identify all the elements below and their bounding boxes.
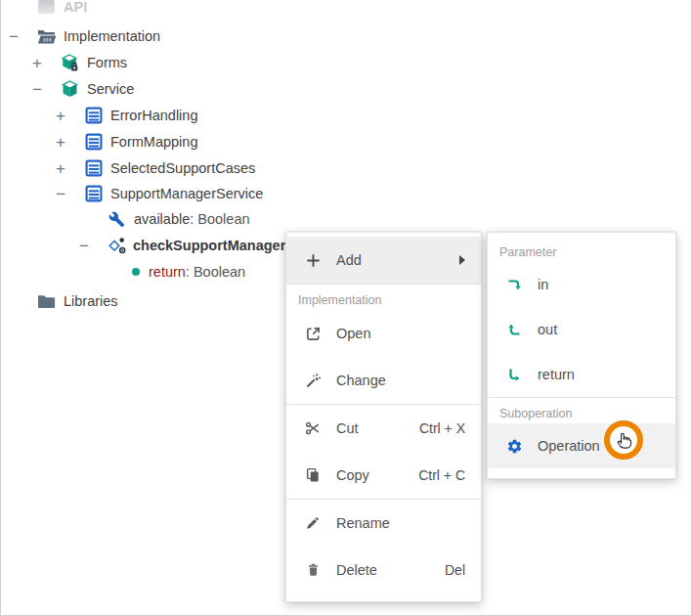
submenu-item-in[interactable]: in <box>488 262 675 307</box>
menu-item-shortcut: Del <box>445 562 465 578</box>
submenu-arrow-icon <box>459 255 465 265</box>
menu-item-label: Change <box>336 373 386 388</box>
open-folder-icon <box>36 26 57 46</box>
tree-item-label: API <box>64 0 87 15</box>
submenu-item-out[interactable]: out <box>488 307 675 352</box>
type-suffix: : Boolean <box>190 211 249 227</box>
tree-item-label: return <box>149 264 186 280</box>
submenu-section-label: Parameter <box>488 237 675 262</box>
menu-item-label: Open <box>336 326 370 341</box>
mapping-table-icon <box>83 184 104 203</box>
menu-item-label: in <box>538 277 548 292</box>
menu-section-label: Implementation <box>286 285 481 310</box>
tree-item-api[interactable]: API <box>36 0 87 20</box>
pencil-icon <box>302 515 324 531</box>
collapse-toggle[interactable]: − <box>9 28 36 45</box>
trash-icon <box>302 562 324 578</box>
tree-item-errorhandling[interactable]: + ErrorHandling <box>56 103 197 128</box>
menu-item-add[interactable]: Add <box>286 237 481 284</box>
menu-item-label: Copy <box>336 467 369 483</box>
menu-item-shortcut: Ctrl + C <box>418 467 465 483</box>
menu-item-cut[interactable]: Cut Ctrl + X <box>286 405 481 452</box>
menu-item-label: return <box>538 367 575 382</box>
hand-cursor-icon <box>613 430 635 451</box>
operation-diamond-icon <box>107 236 127 255</box>
click-indicator <box>604 420 643 460</box>
tree-item-label: Implementation <box>64 28 160 44</box>
tree-item-selectedsupportcases[interactable]: + SelectedSupportCases <box>56 155 255 181</box>
add-icon <box>302 252 324 269</box>
wrench-icon <box>107 209 127 229</box>
arrow-in-icon <box>503 277 525 292</box>
type-suffix: : Boolean <box>186 264 245 280</box>
forms-cube-lock-icon <box>60 53 80 72</box>
tree-item-label: SelectedSupportCases <box>110 160 255 176</box>
collapse-toggle[interactable]: − <box>32 81 60 98</box>
add-submenu: Parameter in out <box>487 232 676 479</box>
arrow-return-icon <box>503 367 525 382</box>
parameter-bullet-icon <box>130 262 142 282</box>
tree-item-label: checkSupportManager <box>133 238 285 253</box>
menu-item-open[interactable]: Open <box>286 310 481 357</box>
tree-item-implementation[interactable]: − Implementation <box>9 23 160 49</box>
tree-item-label: SupportManagerService <box>110 186 263 201</box>
tree-item-label: Forms <box>87 55 127 70</box>
tree-item-forms[interactable]: + Forms <box>32 50 127 75</box>
menu-item-label: Cut <box>336 420 359 436</box>
gear-icon <box>503 438 525 455</box>
tree-item-label: Libraries <box>64 293 118 309</box>
tree-item-return[interactable]: return: Boolean <box>105 259 245 285</box>
tree-item-label: Service <box>87 81 134 97</box>
open-icon <box>302 326 324 342</box>
tree-item-service[interactable]: − Service <box>32 76 134 102</box>
tree-item-libraries[interactable]: Libraries <box>36 288 118 314</box>
tree-item-available[interactable]: available: Boolean <box>79 206 250 232</box>
folder-icon <box>36 291 57 311</box>
menu-item-label: Operation <box>538 438 600 454</box>
tree-item-formmapping[interactable]: + FormMapping <box>56 129 197 154</box>
menu-item-label: Delete <box>336 562 377 578</box>
menu-item-delete[interactable]: Delete Del <box>286 547 481 594</box>
menu-item-label: Add <box>336 252 362 268</box>
api-icon <box>36 0 57 17</box>
menu-item-rename[interactable]: Rename <box>286 500 481 547</box>
submenu-section-label: Suboperation <box>488 398 675 423</box>
service-cube-icon <box>60 79 80 99</box>
context-menu: Add Implementation Open <box>285 232 482 602</box>
tree-item-checksupportmanager[interactable]: − checkSupportManager <box>79 233 285 258</box>
expand-toggle[interactable]: + <box>56 134 83 151</box>
submenu-item-return[interactable]: return <box>488 352 675 397</box>
mapping-table-icon <box>83 158 104 178</box>
tree-item-label: available <box>134 211 190 227</box>
collapse-toggle[interactable]: − <box>79 238 107 254</box>
menu-item-shortcut: Ctrl + X <box>419 420 465 436</box>
expand-toggle[interactable]: + <box>32 55 60 71</box>
expand-toggle[interactable]: + <box>56 160 83 177</box>
menu-item-change[interactable]: Change <box>286 357 481 404</box>
tree-item-label: ErrorHandling <box>110 108 197 123</box>
menu-item-label: Rename <box>336 515 390 531</box>
arrow-out-icon <box>503 322 525 337</box>
menu-item-copy[interactable]: Copy Ctrl + C <box>286 452 481 499</box>
collapse-toggle[interactable]: − <box>56 186 83 202</box>
submenu-item-operation[interactable]: Operation <box>488 423 675 468</box>
scissors-icon <box>302 420 324 436</box>
expand-toggle[interactable]: + <box>56 108 83 124</box>
model-explorer: API − Implementation + <box>0 0 692 616</box>
magic-wand-icon <box>302 373 324 389</box>
mapping-table-icon <box>83 132 104 152</box>
mapping-table-icon <box>83 106 104 125</box>
tree-item-label: FormMapping <box>110 134 197 150</box>
tree-item-supportmanagerservice[interactable]: − SupportManagerService <box>56 181 263 206</box>
menu-item-label: out <box>538 322 557 337</box>
copy-icon <box>302 467 324 483</box>
